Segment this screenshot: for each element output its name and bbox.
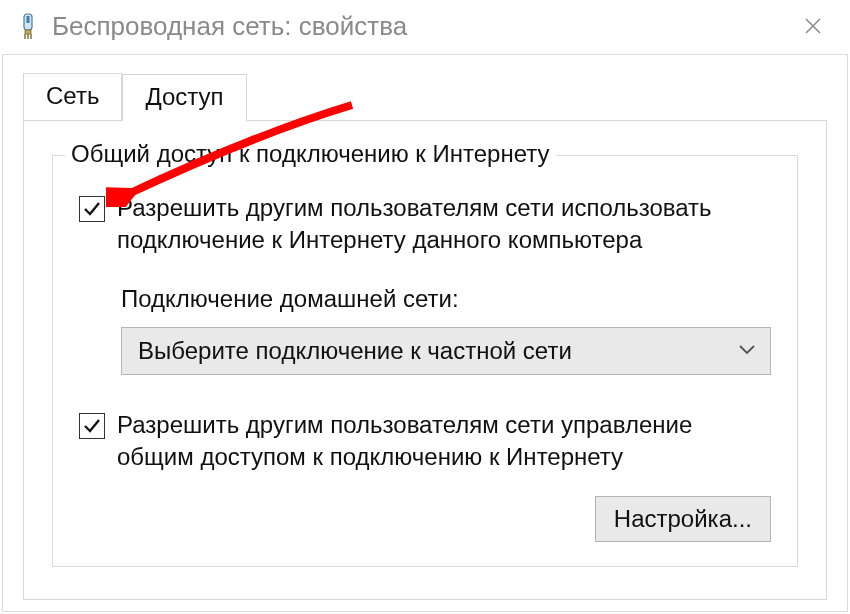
settings-button[interactable]: Настройка...: [595, 496, 771, 542]
close-button[interactable]: [788, 6, 838, 46]
home-connection-dropdown[interactable]: Выберите подключение к частной сети: [121, 327, 771, 375]
tab-network-label: Сеть: [46, 82, 99, 109]
allow-share-row: Разрешить другим пользователям сети испо…: [79, 192, 771, 257]
allow-control-label: Разрешить другим пользователям сети упра…: [117, 409, 771, 474]
home-connection-label: Подключение домашней сети:: [121, 285, 771, 313]
client-area: Сеть Доступ Общий доступ к подключению к…: [2, 54, 848, 612]
window-title: Беспроводная сеть: свойства: [52, 11, 788, 42]
settings-button-label: Настройка...: [614, 505, 752, 532]
tab-strip: Сеть Доступ: [23, 73, 827, 121]
titlebar: Беспроводная сеть: свойства: [0, 0, 850, 52]
home-connection-section: Подключение домашней сети: Выберите подк…: [121, 285, 771, 375]
tab-panel-access: Общий доступ к подключению к Интернету Р…: [23, 120, 827, 600]
allow-share-label: Разрешить другим пользователям сети испо…: [117, 192, 771, 257]
tab-access-label: Доступ: [145, 83, 223, 110]
checkmark-icon: [82, 416, 102, 436]
allow-control-row: Разрешить другим пользователям сети упра…: [79, 409, 771, 474]
tab-network[interactable]: Сеть: [23, 73, 122, 121]
ics-group-legend: Общий доступ к подключению к Интернету: [65, 140, 556, 168]
ics-group: Общий доступ к подключению к Интернету Р…: [52, 155, 798, 567]
tab-access[interactable]: Доступ: [122, 74, 246, 122]
home-connection-selected: Выберите подключение к частной сети: [138, 337, 572, 365]
close-icon: [803, 16, 823, 36]
network-adapter-icon: [16, 12, 40, 40]
allow-control-checkbox[interactable]: [79, 413, 105, 439]
checkmark-icon: [82, 199, 102, 219]
svg-rect-2: [25, 30, 31, 34]
settings-button-row: Настройка...: [79, 496, 771, 542]
svg-rect-1: [27, 16, 30, 23]
allow-share-checkbox[interactable]: [79, 196, 105, 222]
chevron-down-icon: [738, 340, 756, 361]
